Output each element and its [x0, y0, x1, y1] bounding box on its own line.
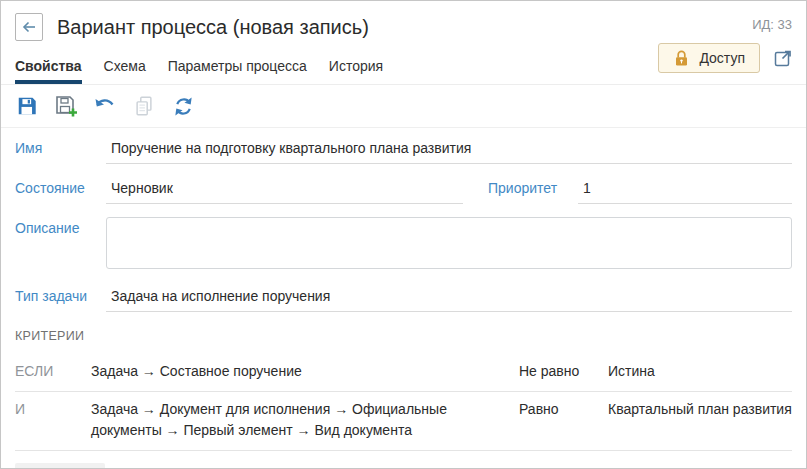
access-button[interactable]: Доступ: [658, 43, 760, 73]
process-variant-window: Вариант процесса (новая запись) ИД: 33 С…: [0, 0, 807, 469]
description-row: Описание: [15, 217, 792, 269]
properties-form: Имя Поручение на подготовку квартального…: [1, 128, 806, 312]
save-and-add-button[interactable]: [54, 94, 78, 118]
tab-actions: Доступ: [658, 43, 794, 73]
save-and-add-icon: [54, 94, 78, 118]
state-label: Состояние: [15, 177, 106, 196]
tab-scheme[interactable]: Схема: [104, 50, 146, 84]
add-criteria-button[interactable]: Добавить: [15, 463, 105, 469]
tab-bar: Свойства Схема Параметры процесса Истори…: [1, 50, 806, 85]
criteria-value: Истина: [608, 361, 792, 382]
refresh-button[interactable]: [171, 94, 195, 118]
copy-icon: [133, 95, 155, 117]
name-label: Имя: [15, 137, 106, 156]
toolbar: [1, 85, 806, 128]
name-row: Имя Поручение на подготовку квартального…: [15, 137, 792, 164]
task-type-row: Тип задачи Задача на исполнение поручени…: [15, 285, 792, 312]
priority-label: Приоритет: [488, 177, 578, 196]
criteria-row[interactable]: ЕСЛИ Задача → Составное поручение Не рав…: [15, 354, 792, 392]
undo-icon: [93, 95, 117, 117]
criteria-operator: И: [15, 399, 91, 420]
priority-input[interactable]: 1: [578, 177, 792, 204]
criteria-value: Квартальный план развития: [608, 399, 792, 420]
description-label: Описание: [15, 217, 106, 236]
refresh-icon: [172, 95, 195, 118]
save-icon: [16, 95, 38, 117]
tab-history[interactable]: История: [329, 50, 383, 84]
criteria-section-title: КРИТЕРИИ: [15, 329, 792, 343]
name-input[interactable]: Поручение на подготовку квартального пла…: [106, 137, 792, 164]
back-button[interactable]: [15, 13, 43, 41]
back-arrow-icon: [20, 18, 38, 36]
description-input[interactable]: [106, 217, 792, 269]
criteria-operator: ЕСЛИ: [15, 361, 91, 382]
undo-button[interactable]: [93, 94, 117, 118]
criteria-section: КРИТЕРИИ ЕСЛИ Задача → Составное поручен…: [1, 329, 806, 469]
access-button-label: Доступ: [699, 50, 745, 66]
criteria-expression: Задача → Составное поручение: [91, 361, 519, 382]
criteria-condition: Не равно: [519, 361, 608, 382]
criteria-row[interactable]: И Задача → Документ для исполнения → Офи…: [15, 392, 792, 451]
header: Вариант процесса (новая запись) ИД: 33: [1, 1, 806, 41]
record-id: ИД: 33: [752, 17, 792, 32]
criteria-expression: Задача → Документ для исполнения → Офици…: [91, 399, 519, 441]
task-type-label: Тип задачи: [15, 285, 106, 304]
tab-properties[interactable]: Свойства: [15, 50, 82, 84]
task-type-input[interactable]: Задача на исполнение поручения: [106, 285, 792, 312]
state-input[interactable]: Черновик: [106, 177, 463, 204]
copy-button[interactable]: [132, 94, 156, 118]
open-in-new-window-icon: [772, 47, 794, 69]
state-row: Состояние Черновик Приоритет 1: [15, 177, 792, 204]
lock-icon: [673, 49, 690, 67]
tab-process-parameters[interactable]: Параметры процесса: [168, 50, 307, 84]
open-in-new-window-button[interactable]: [772, 47, 794, 69]
page-title: Вариант процесса (новая запись): [57, 16, 369, 39]
save-button[interactable]: [15, 94, 39, 118]
criteria-condition: Равно: [519, 399, 608, 420]
